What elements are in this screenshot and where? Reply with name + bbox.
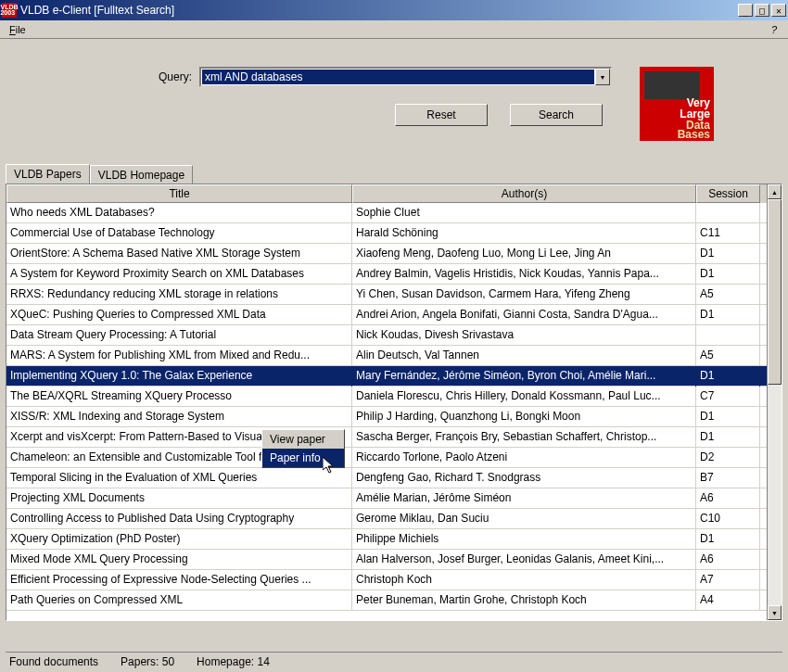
cell-title: MARS: A System for Publishing XML from M… bbox=[6, 346, 352, 366]
tab-vldb-papers[interactable]: VLDB Papers bbox=[6, 164, 90, 184]
cell-session: A4 bbox=[696, 590, 760, 611]
table-row[interactable]: Commercial Use of Database TechnologyHar… bbox=[6, 223, 767, 244]
file-menu[interactable]: File bbox=[4, 22, 32, 37]
cell-session: C11 bbox=[696, 223, 760, 244]
cell-authors: Nick Koudas, Divesh Srivastava bbox=[352, 325, 696, 346]
cell-session: D1 bbox=[696, 305, 760, 325]
table-row[interactable]: MARS: A System for Publishing XML from M… bbox=[6, 346, 767, 366]
cell-session: A6 bbox=[696, 488, 760, 509]
cell-title: The BEA/XQRL Streaming XQuery Processo bbox=[6, 387, 352, 407]
table-row[interactable]: Projecting XML DocumentsAmélie Marian, J… bbox=[6, 488, 767, 509]
cell-title: A System for Keyword Proximity Search on… bbox=[6, 264, 352, 285]
query-value[interactable]: xml AND databases bbox=[202, 70, 594, 84]
table-row[interactable]: The BEA/XQRL Streaming XQuery ProcessoDa… bbox=[6, 387, 767, 407]
status-homepage-count: Homepage: 14 bbox=[197, 655, 270, 668]
table-row[interactable]: XQuery Optimization (PhD Poster)Philippe… bbox=[6, 529, 767, 550]
status-found: Found documents bbox=[9, 655, 98, 668]
scroll-track[interactable] bbox=[768, 199, 782, 605]
tab-strip: VLDB Papers VLDB Homepage bbox=[6, 163, 788, 184]
table-row[interactable]: Data Stream Query Processing: A Tutorial… bbox=[6, 325, 767, 346]
results-grid: Title Author(s) Session Who needs XML Da… bbox=[6, 184, 782, 621]
column-authors[interactable]: Author(s) bbox=[352, 184, 696, 203]
cell-session: A5 bbox=[696, 346, 760, 366]
table-row[interactable]: RRXS: Redundancy reducing XML storage in… bbox=[6, 285, 767, 305]
cell-title: Implementing XQuery 1.0: The Galax Exper… bbox=[6, 366, 352, 387]
cell-session: D1 bbox=[696, 264, 760, 285]
vertical-scrollbar[interactable]: ▲ ▼ bbox=[767, 184, 782, 620]
cell-authors: Philip J Harding, Quanzhong Li, Bongki M… bbox=[352, 407, 696, 427]
context-paper-info[interactable]: Paper info bbox=[262, 449, 344, 467]
query-label: Query: bbox=[159, 70, 192, 83]
cell-title: Efficient Processing of Expressive Node-… bbox=[6, 570, 352, 590]
cell-authors: Xiaofeng Meng, Daofeng Luo, Mong Li Lee,… bbox=[352, 244, 696, 264]
window-title: VLDB e-Client [Fulltext Search] bbox=[20, 4, 738, 17]
cell-title: Commercial Use of Database Technology bbox=[6, 223, 352, 244]
cell-session: C10 bbox=[696, 509, 760, 529]
table-row[interactable]: XQueC: Pushing Queries to Compressed XML… bbox=[6, 305, 767, 325]
search-panel: Query: xml AND databases ▼ Reset Search … bbox=[0, 39, 788, 150]
cell-session: D1 bbox=[696, 244, 760, 264]
cell-session: D1 bbox=[696, 407, 760, 427]
table-row[interactable]: Path Queries on Compressed XMLPeter Bune… bbox=[6, 590, 767, 611]
table-row[interactable]: XISS/R: XML Indexing and Storage SystemP… bbox=[6, 407, 767, 427]
menubar: File ? bbox=[0, 20, 788, 39]
cell-session: D2 bbox=[696, 448, 760, 468]
table-row[interactable]: A System for Keyword Proximity Search on… bbox=[6, 264, 767, 285]
table-row[interactable]: Xcerpt and visXcerpt: From Pattern-Based… bbox=[6, 427, 767, 448]
cell-session: C7 bbox=[696, 387, 760, 407]
table-row[interactable]: Temporal Slicing in the Evaluation of XM… bbox=[6, 468, 767, 488]
cell-authors: Sascha Berger, François Bry, Sebastian S… bbox=[352, 427, 696, 448]
cell-authors: Harald Schöning bbox=[352, 223, 696, 244]
scroll-down-button[interactable]: ▼ bbox=[768, 605, 782, 620]
cell-session: A5 bbox=[696, 285, 760, 305]
column-session[interactable]: Session bbox=[696, 184, 760, 203]
cell-authors: Peter Buneman, Martin Grohe, Christoph K… bbox=[352, 590, 696, 611]
column-title[interactable]: Title bbox=[6, 184, 352, 203]
cell-authors: Andrey Balmin, Vagelis Hristidis, Nick K… bbox=[352, 264, 696, 285]
cell-title: RRXS: Redundancy reducing XML storage in… bbox=[6, 285, 352, 305]
help-menu[interactable]: ? bbox=[764, 22, 784, 37]
cell-authors: Andrei Arion, Angela Bonifati, Gianni Co… bbox=[352, 305, 696, 325]
table-row[interactable]: Mixed Mode XML Query ProcessingAlan Halv… bbox=[6, 550, 767, 570]
cell-session: B7 bbox=[696, 468, 760, 488]
cell-session: D1 bbox=[696, 427, 760, 448]
cell-authors: Dengfeng Gao, Richard T. Snodgrass bbox=[352, 468, 696, 488]
cell-title: Path Queries on Compressed XML bbox=[6, 590, 352, 611]
cell-title: XQuery Optimization (PhD Poster) bbox=[6, 529, 352, 550]
tab-vldb-homepage[interactable]: VLDB Homepage bbox=[90, 165, 193, 185]
cell-title: XQueC: Pushing Queries to Compressed XML… bbox=[6, 305, 352, 325]
context-menu: View paper Paper info bbox=[261, 429, 345, 468]
cell-authors: Sophie Cluet bbox=[352, 203, 696, 223]
search-button[interactable]: Search bbox=[510, 104, 603, 126]
table-row[interactable]: Who needs XML Databases?Sophie Cluet bbox=[6, 203, 767, 223]
cell-authors: Alan Halverson, Josef Burger, Leonidas G… bbox=[352, 550, 696, 570]
table-row[interactable]: Implementing XQuery 1.0: The Galax Exper… bbox=[6, 366, 767, 387]
chevron-down-icon[interactable]: ▼ bbox=[595, 69, 610, 85]
table-row[interactable]: Controlling Access to Published Data Usi… bbox=[6, 509, 767, 529]
cell-title: Controlling Access to Published Data Usi… bbox=[6, 509, 352, 529]
cell-authors: Philippe Michiels bbox=[352, 529, 696, 550]
scroll-up-button[interactable]: ▲ bbox=[768, 184, 782, 199]
cell-session: D1 bbox=[696, 529, 760, 550]
status-papers-count: Papers: 50 bbox=[121, 655, 174, 668]
table-row[interactable]: Efficient Processing of Expressive Node-… bbox=[6, 570, 767, 590]
close-button[interactable]: ✕ bbox=[771, 4, 786, 17]
cell-authors: Christoph Koch bbox=[352, 570, 696, 590]
cell-title: Who needs XML Databases? bbox=[6, 203, 352, 223]
cell-session: D1 bbox=[696, 366, 760, 387]
titlebar: VLDB2003 VLDB e-Client [Fulltext Search]… bbox=[0, 0, 788, 20]
cell-authors: Riccardo Torlone, Paolo Atzeni bbox=[352, 448, 696, 468]
maximize-button[interactable]: □ bbox=[755, 4, 769, 17]
query-input[interactable]: xml AND databases ▼ bbox=[199, 67, 612, 87]
table-row[interactable]: OrientStore: A Schema Based Native XML S… bbox=[6, 244, 767, 264]
table-row[interactable]: Chameleon: an Extensible and Customizabl… bbox=[6, 448, 767, 468]
cell-authors: Alin Deutsch, Val Tannen bbox=[352, 346, 696, 366]
reset-button[interactable]: Reset bbox=[395, 104, 488, 126]
cell-title: Mixed Mode XML Query Processing bbox=[6, 550, 352, 570]
context-view-paper[interactable]: View paper bbox=[262, 430, 344, 449]
cell-session bbox=[696, 203, 760, 223]
app-icon: VLDB2003 bbox=[2, 3, 17, 18]
scroll-thumb[interactable] bbox=[768, 199, 782, 385]
minimize-button[interactable]: _ bbox=[738, 4, 753, 17]
cell-session: A6 bbox=[696, 550, 760, 570]
